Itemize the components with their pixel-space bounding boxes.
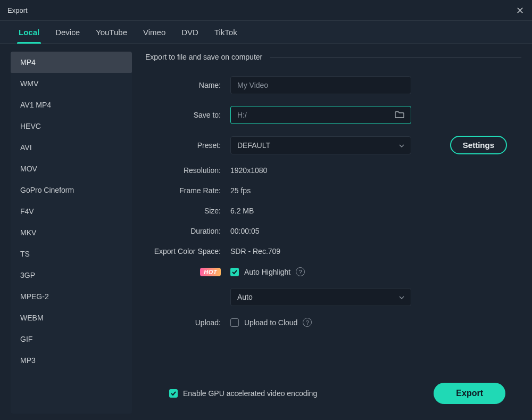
- tab-label: TikTok: [214, 28, 237, 37]
- export-body: MP4 WMV AV1 MP4 HEVC AVI MOV GoPro Cinef…: [0, 44, 532, 420]
- auto-highlight-mode-select[interactable]: Auto: [230, 288, 411, 306]
- row-resolution: Resolution: 1920x1080: [145, 166, 521, 175]
- format-item-av1mp4[interactable]: AV1 MP4: [11, 94, 132, 116]
- format-label: MKV: [20, 228, 36, 237]
- format-sidebar: MP4 WMV AV1 MP4 HEVC AVI MOV GoPro Cinef…: [11, 52, 132, 414]
- row-size: Size: 6.2 MB: [145, 207, 521, 215]
- format-label: MP4: [20, 58, 36, 67]
- tab-local[interactable]: Local: [11, 20, 47, 44]
- format-item-mov[interactable]: MOV: [11, 158, 132, 179]
- gpu-label: Enable GPU accelerated video encoding: [183, 389, 317, 398]
- row-save-to: Save to: H:/: [145, 106, 521, 124]
- format-label: MPEG-2: [20, 292, 49, 301]
- auto-highlight-label: Auto Highlight: [244, 268, 290, 276]
- size-label: Size:: [145, 207, 230, 215]
- divider: [270, 57, 521, 57]
- close-icon[interactable]: [515, 5, 525, 15]
- save-to-label: Save to:: [145, 111, 230, 119]
- tab-dvd[interactable]: DVD: [173, 20, 206, 44]
- tab-device[interactable]: Device: [47, 20, 88, 44]
- window-title: Export: [7, 6, 28, 14]
- format-item-mp4[interactable]: MP4: [11, 52, 132, 73]
- color-space-label: Export Color Space:: [145, 247, 230, 256]
- folder-icon[interactable]: [395, 111, 404, 120]
- gpu-encoding-option: Enable GPU accelerated video encoding: [169, 389, 317, 398]
- format-label: F4V: [20, 207, 34, 216]
- format-label: TS: [20, 250, 30, 258]
- format-label: 3GP: [20, 271, 35, 279]
- format-label: GIF: [20, 335, 32, 343]
- format-item-gopro[interactable]: GoPro Cineform: [11, 179, 132, 201]
- export-settings-panel: Export to file and save on computer Name…: [145, 52, 521, 414]
- format-item-f4v[interactable]: F4V: [11, 201, 132, 222]
- row-preset: Preset: DEFAULT Settings: [145, 136, 521, 154]
- format-item-hevc[interactable]: HEVC: [11, 116, 132, 137]
- auto-highlight-mode-value: Auto: [237, 293, 253, 301]
- footer: Enable GPU accelerated video encoding Ex…: [145, 377, 521, 414]
- row-auto-highlight-mode: Auto: [145, 288, 521, 306]
- row-color-space: Export Color Space: SDR - Rec.709: [145, 247, 521, 256]
- tab-youtube[interactable]: YouTube: [88, 20, 135, 44]
- export-form: Name: My Video Save to: H:/: [145, 76, 521, 327]
- color-space-value: SDR - Rec.709: [230, 247, 280, 256]
- settings-button[interactable]: Settings: [450, 136, 507, 154]
- format-item-mp3[interactable]: MP3: [11, 350, 132, 371]
- row-upload: Upload: Upload to Cloud ?: [145, 318, 521, 327]
- help-icon[interactable]: ?: [296, 267, 305, 276]
- upload-label: Upload:: [145, 318, 230, 327]
- format-label: AV1 MP4: [20, 101, 51, 109]
- export-window: Export Local Device YouTube Vimeo DVD Ti…: [0, 0, 532, 420]
- gpu-checkbox[interactable]: [169, 389, 178, 398]
- format-item-gif[interactable]: GIF: [11, 328, 132, 350]
- format-item-mkv[interactable]: MKV: [11, 222, 132, 243]
- tab-label: Local: [19, 28, 39, 37]
- tab-tiktok[interactable]: TikTok: [206, 20, 245, 44]
- format-item-ts[interactable]: TS: [11, 243, 132, 265]
- format-label: AVI: [20, 143, 32, 152]
- chevron-down-icon: [399, 294, 404, 300]
- save-to-input[interactable]: H:/: [230, 106, 411, 124]
- chevron-down-icon: [399, 142, 404, 149]
- help-icon[interactable]: ?: [303, 318, 312, 327]
- tab-label: Vimeo: [143, 28, 165, 37]
- tab-vimeo[interactable]: Vimeo: [135, 20, 173, 44]
- size-value: 6.2 MB: [230, 207, 254, 215]
- format-item-avi[interactable]: AVI: [11, 137, 132, 158]
- row-name: Name: My Video: [145, 76, 521, 94]
- upload-checkbox-label: Upload to Cloud: [244, 318, 297, 327]
- name-value: My Video: [237, 81, 268, 89]
- preset-value: DEFAULT: [237, 141, 270, 150]
- format-label: WEBM: [20, 314, 44, 322]
- format-label: MOV: [20, 164, 37, 173]
- format-item-mpeg2[interactable]: MPEG-2: [11, 286, 132, 307]
- duration-value: 00:00:05: [230, 227, 260, 235]
- format-label: HEVC: [20, 122, 41, 130]
- export-tabs: Local Device YouTube Vimeo DVD TikTok: [0, 20, 532, 44]
- format-item-webm[interactable]: WEBM: [11, 307, 132, 328]
- auto-highlight-checkbox[interactable]: [230, 268, 239, 276]
- export-button[interactable]: Export: [434, 383, 505, 404]
- format-item-wmv[interactable]: WMV: [11, 73, 132, 94]
- duration-label: Duration:: [145, 227, 230, 235]
- upload-checkbox[interactable]: [230, 318, 239, 327]
- tab-label: DVD: [181, 28, 198, 37]
- row-auto-highlight: HOT Auto Highlight ?: [145, 267, 521, 276]
- name-input[interactable]: My Video: [230, 76, 411, 94]
- format-label: WMV: [20, 79, 38, 88]
- tab-label: YouTube: [96, 28, 127, 37]
- format-label: GoPro Cineform: [20, 186, 74, 194]
- row-duration: Duration: 00:00:05: [145, 227, 521, 235]
- format-item-3gp[interactable]: 3GP: [11, 265, 132, 286]
- resolution-label: Resolution:: [145, 166, 230, 175]
- titlebar: Export: [0, 0, 532, 20]
- frame-rate-label: Frame Rate:: [145, 186, 230, 195]
- hot-badge: HOT: [200, 268, 221, 276]
- save-to-value: H:/: [237, 111, 247, 119]
- name-label: Name:: [145, 81, 230, 89]
- resolution-value: 1920x1080: [230, 166, 267, 175]
- frame-rate-value: 25 fps: [230, 186, 251, 195]
- preset-select[interactable]: DEFAULT: [230, 136, 411, 154]
- row-frame-rate: Frame Rate: 25 fps: [145, 186, 521, 195]
- tab-label: Device: [55, 28, 80, 37]
- format-label: MP3: [20, 356, 36, 365]
